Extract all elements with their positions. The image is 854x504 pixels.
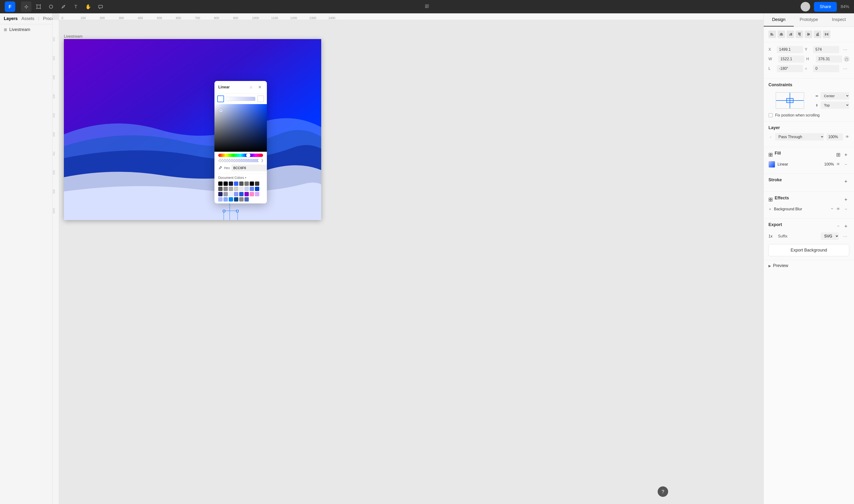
app-logo[interactable]: F	[5, 1, 15, 12]
swatch-1[interactable]	[218, 181, 223, 186]
fill-visibility[interactable]: 👁	[836, 162, 840, 166]
swatch-26[interactable]	[224, 197, 228, 201]
swatch-2[interactable]	[224, 181, 228, 186]
swatch-8[interactable]	[255, 181, 259, 186]
fill-expand-icon[interactable]: ⊞	[835, 151, 842, 158]
move-tool[interactable]: ⊹	[21, 1, 32, 12]
doc-colors-title[interactable]: Document Colors ▾	[218, 176, 263, 180]
rotation-input[interactable]	[777, 65, 803, 72]
swatch-28[interactable]	[234, 197, 238, 201]
more-button[interactable]: ⋯	[841, 46, 849, 53]
swatch-12[interactable]	[234, 187, 238, 191]
layer-opacity-input[interactable]	[826, 133, 843, 141]
w-input[interactable]	[778, 55, 804, 62]
x-input[interactable]	[777, 46, 803, 53]
h-constraint-select[interactable]: Center Left Right Scale	[821, 92, 849, 100]
swatch-10[interactable]	[224, 187, 228, 191]
pen-tool[interactable]	[58, 1, 69, 12]
export-format-select[interactable]: SVG PNG JPG PDF	[821, 232, 839, 240]
canvas-area[interactable]: 0 100 200 300 400 500 600 700 800 900 10…	[52, 13, 763, 504]
eyedropper-button[interactable]	[218, 164, 222, 172]
swatch-22[interactable]	[245, 192, 249, 196]
help-button[interactable]: ?	[658, 486, 668, 497]
align-left[interactable]	[768, 31, 776, 38]
selection-box-bottom[interactable]	[224, 211, 238, 220]
picker-reset-btn[interactable]: ○	[248, 84, 254, 91]
distribute-h[interactable]	[823, 31, 831, 38]
swatch-29[interactable]	[239, 197, 244, 201]
export-background-button[interactable]: Export Background	[768, 244, 849, 256]
design-tab[interactable]: Design	[764, 13, 794, 26]
swatch-13[interactable]	[239, 187, 244, 191]
lock-aspect-ratio[interactable]	[844, 56, 849, 62]
export-remove-btn[interactable]: −	[835, 223, 842, 230]
swatch-21[interactable]	[239, 192, 244, 196]
effect-visibility[interactable]: 👁	[836, 207, 840, 211]
h-input[interactable]	[816, 55, 842, 62]
swatch-16[interactable]	[255, 187, 259, 191]
align-right[interactable]	[786, 31, 794, 38]
v-constraint-select[interactable]: Top Bottom Center Scale	[821, 102, 849, 109]
swatch-18[interactable]	[224, 192, 228, 196]
alpha-slider[interactable]	[218, 159, 263, 162]
alpha-cursor[interactable]	[258, 159, 262, 162]
layers-tab[interactable]: Layers	[4, 16, 18, 21]
handle-tr-b[interactable]	[236, 210, 238, 212]
swatch-19[interactable]	[229, 192, 233, 196]
gradient-bar[interactable]	[226, 97, 255, 101]
align-top[interactable]	[796, 31, 803, 38]
user-avatar[interactable]	[801, 2, 810, 12]
swatch-6[interactable]	[245, 181, 249, 186]
zoom-control[interactable]: 84%	[841, 4, 849, 9]
swatch-27[interactable]	[229, 197, 233, 201]
align-center-h[interactable]	[778, 31, 785, 38]
canvas-content[interactable]: Livestream	[59, 20, 763, 504]
shape-tool[interactable]	[46, 1, 56, 12]
hue-cursor[interactable]	[246, 153, 250, 158]
swatch-25[interactable]	[218, 197, 223, 201]
preview-row[interactable]: ▶ Preview	[764, 260, 854, 271]
effect-expand-btn[interactable]	[830, 207, 834, 212]
swatch-23[interactable]	[250, 192, 254, 196]
swatch-20[interactable]	[234, 192, 238, 196]
stroke-add-btn[interactable]: +	[842, 178, 849, 185]
share-button[interactable]: Share	[814, 2, 837, 12]
more-button-2[interactable]: ⋯	[841, 65, 849, 72]
inspect-tab[interactable]: Inspect	[824, 13, 854, 26]
y-input[interactable]	[813, 46, 839, 53]
artboard[interactable]	[64, 39, 321, 220]
align-bottom[interactable]	[814, 31, 821, 38]
gradient-stop-white[interactable]	[217, 95, 224, 102]
align-center-v[interactable]	[805, 31, 812, 38]
gradient-stop-right[interactable]	[257, 95, 264, 102]
fill-color-swatch[interactable]	[768, 161, 775, 168]
frame-tool[interactable]	[33, 1, 44, 12]
picker-close-btn[interactable]: ✕	[256, 84, 263, 91]
hand-tool[interactable]: ✋	[83, 1, 93, 12]
text-tool[interactable]: T	[71, 1, 81, 12]
swatch-9[interactable]	[218, 187, 223, 191]
swatch-14[interactable]	[245, 187, 249, 191]
swatch-4[interactable]	[234, 181, 238, 186]
sidebar-item-livestream[interactable]: ⊞ Livestream	[0, 24, 52, 35]
color-canvas[interactable]	[214, 104, 267, 152]
hex-input[interactable]	[231, 165, 267, 171]
swatch-5[interactable]	[239, 181, 244, 186]
blend-mode-select[interactable]: Pass Through Normal Multiply Screen Over…	[775, 133, 824, 141]
fix-scroll-checkbox[interactable]	[768, 113, 773, 118]
fill-remove-btn[interactable]: −	[842, 161, 849, 168]
fill-add-btn[interactable]: +	[842, 151, 849, 158]
color-cursor[interactable]	[219, 109, 223, 112]
swatch-7[interactable]	[250, 181, 254, 186]
export-add-btn[interactable]: +	[842, 223, 849, 230]
export-more-btn[interactable]: ⋯	[841, 233, 849, 240]
swatch-24[interactable]	[255, 192, 259, 196]
effect-remove-btn[interactable]: −	[842, 206, 849, 213]
handle-tl-b[interactable]	[223, 210, 225, 212]
swatch-30[interactable]	[245, 197, 249, 201]
visibility-toggle[interactable]: 👁	[846, 135, 849, 139]
swatch-11[interactable]	[229, 187, 233, 191]
comment-tool[interactable]	[95, 1, 106, 12]
assets-tab[interactable]: Assets	[21, 16, 34, 21]
swatch-15[interactable]	[250, 187, 254, 191]
